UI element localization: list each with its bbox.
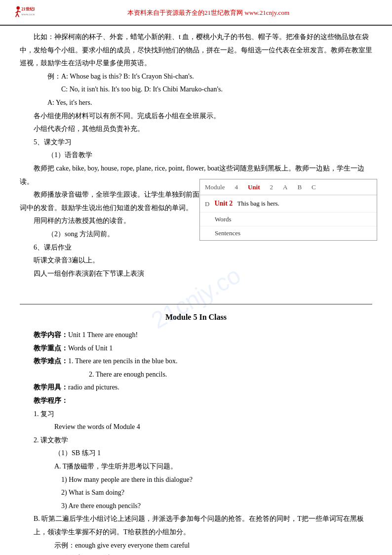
header: 21世纪教育 WWW.21CNJY.COM 本资料来自于资源最齐全的21世纪教育… bbox=[0, 0, 392, 26]
homework1: 听课文录音3遍以上。 bbox=[20, 254, 372, 267]
proc2: 2. 课文教学 bbox=[34, 434, 372, 447]
svg-line-2 bbox=[16, 14, 17, 17]
teaching-diff-2: 2. There are enough pencils. bbox=[20, 368, 372, 382]
para1: 比如：神探柯南的杯子、外套，蜡笔小新的鞋、t 血，樱桃小丸子的书包、帽子等。把准… bbox=[20, 31, 372, 70]
popup-sentences-row: Sentences bbox=[200, 226, 377, 240]
section6: 6、课后作业 bbox=[20, 241, 372, 255]
popup-a: A bbox=[283, 181, 287, 193]
procedure-label: 教学程序： bbox=[20, 394, 372, 408]
popup-unit2-content: Unit 2 This bag is hers. bbox=[214, 197, 279, 210]
teaching-tools: 教学用具：radio and pictures. bbox=[20, 381, 372, 394]
teaching-tools-val: radio and pictures. bbox=[68, 384, 119, 391]
teaching-diff-label: 教学难点： bbox=[34, 357, 68, 365]
proc2-b: B. 听第二遍后学生小组讨论上述问题，并派选手参加每个问题的抢答。在抢答的同时，… bbox=[34, 512, 372, 539]
example-line3: A: Yes, it's hers. bbox=[20, 96, 372, 110]
section-divider bbox=[20, 304, 372, 304]
logo-area: 21世纪教育 WWW.21CNJY.COM bbox=[10, 4, 35, 22]
popup-header-row: Module 4 Unit 2 A B C bbox=[200, 179, 377, 195]
module5-heading: Module 5 In Class bbox=[20, 310, 372, 325]
logo-icon: 21世纪教育 WWW.21CNJY.COM bbox=[10, 4, 35, 22]
svg-point-0 bbox=[16, 6, 20, 10]
popup-2: 2 bbox=[270, 181, 274, 193]
popup-unit2-title: Unit 2 bbox=[214, 200, 233, 207]
popup-unit: Unit bbox=[248, 181, 260, 193]
procedure-label-text: 教学程序： bbox=[34, 397, 68, 404]
teaching-key-val: Words of Unit 1 bbox=[68, 344, 113, 352]
section5: 5、课文学习 bbox=[20, 136, 372, 149]
teaching-key: 教学重点：Words of Unit 1 bbox=[20, 342, 372, 355]
svg-line-3 bbox=[17, 14, 19, 17]
popup-unit2-subtitle: This bag is hers. bbox=[237, 200, 279, 207]
proc1: 1. 复习 bbox=[34, 408, 372, 421]
svg-text:WWW.21CNJY.COM: WWW.21CNJY.COM bbox=[21, 13, 35, 16]
popup-c: C bbox=[312, 181, 316, 193]
banner-text-cn: 本资料来自于资源最齐全的21世纪教育网 bbox=[127, 9, 243, 16]
teaching-diff: 教学难点：1. There are ten pencils in the blu… bbox=[20, 355, 372, 368]
popup-module: Module bbox=[205, 181, 225, 193]
teaching-diff-val2: 2. There are enough pencils. bbox=[89, 371, 167, 378]
teaching-tools-label: 教学用具： bbox=[34, 384, 68, 391]
example-line2: C: No, it isn't his. It's too big. D: It… bbox=[20, 83, 372, 96]
svg-text:21世纪教育: 21世纪教育 bbox=[21, 6, 35, 11]
proc2-c: B. 放录音，SS跟读。 bbox=[34, 552, 372, 555]
svg-line-5 bbox=[18, 11, 21, 12]
popup-d-label: D bbox=[205, 197, 209, 210]
para2: 各小组使用的材料可以有所不同。完成后各小组在全班展示。 bbox=[20, 110, 372, 123]
example2: 示例：enough give every everyone them caref… bbox=[34, 539, 372, 553]
popup-words-row: Words bbox=[200, 213, 377, 226]
popup-b: B bbox=[297, 181, 302, 193]
proc2-a: A. T播放磁带，学生听并思考以下问题。 bbox=[34, 460, 372, 473]
homework2: 四人一组创作表演剧在下节课上表演 bbox=[20, 267, 372, 281]
para3: 小组代表介绍，其他组员负责补充。 bbox=[20, 123, 372, 136]
proc1-detail: Review the words of Module 4 bbox=[34, 421, 372, 434]
proc2-q3: 3) Are there enough pencils? bbox=[34, 500, 372, 513]
teaching-content: 教学内容：Unit 1 There are enough! bbox=[20, 329, 372, 342]
teaching-content-val: Unit 1 There are enough! bbox=[68, 331, 138, 339]
popup-4: 4 bbox=[235, 181, 238, 193]
teaching-key-label: 教学重点： bbox=[34, 344, 68, 352]
proc1-block: 1. 复习 Review the words of Module 4 2. 课文… bbox=[20, 408, 372, 555]
header-title: 本资料来自于资源最齐全的21世纪教育网 www.21cnjy.com bbox=[35, 8, 382, 17]
proc2-q2: 2) What is Sam doing? bbox=[34, 486, 372, 500]
popup-box: Module 4 Unit 2 A B C D Unit 2 This bag … bbox=[199, 179, 377, 241]
banner-url: www.21cnjy.com bbox=[244, 9, 289, 16]
teaching-content-label: 教学内容： bbox=[34, 331, 68, 339]
example-line1: 例：A: Whose bag is this? B: It's Crayon S… bbox=[20, 70, 372, 84]
proc2-sub: （1）SB 练习 1 bbox=[34, 447, 372, 460]
teaching-diff-val1: 1. There are ten pencils in the blue box… bbox=[68, 357, 178, 365]
popup-d-row: D Unit 2 This bag is hers. bbox=[200, 195, 377, 212]
proc2-q1: 1) How many people are there in this dia… bbox=[34, 473, 372, 487]
main-content: 21cnjy.co 比如：神探柯南的杯子、外套，蜡笔小新的鞋、t 血，樱桃小丸子… bbox=[0, 26, 392, 555]
subsection1: （1）语音教学 bbox=[20, 149, 372, 162]
